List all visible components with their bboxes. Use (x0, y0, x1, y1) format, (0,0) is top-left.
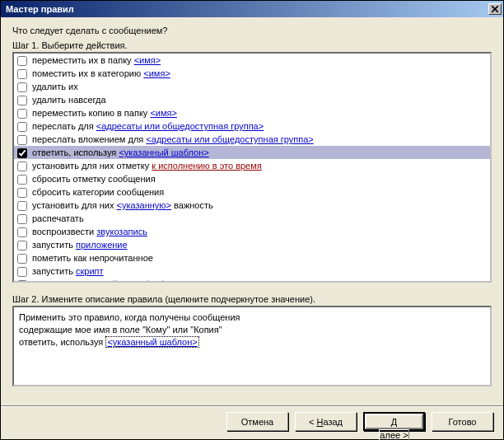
action-text: запустить приложение (32, 239, 128, 251)
action-link[interactable]: приложение (76, 240, 128, 250)
template-link[interactable]: <указанный шаблон> (105, 336, 198, 348)
action-text: распечатать (32, 213, 84, 225)
action-link[interactable]: <указанный шаблон> (119, 147, 208, 157)
action-text: переместить их в папку <имя> (32, 54, 161, 67)
content-area: Что следует сделать с сообщением? Шаг 1.… (1, 17, 503, 406)
action-row[interactable]: остановить дальнейшую обработку правил (14, 278, 490, 283)
action-row[interactable]: распечатать (14, 212, 490, 225)
action-checkbox[interactable] (17, 82, 27, 92)
action-text: поместить их в категорию <имя> (32, 68, 170, 80)
action-link[interactable]: <адресаты или общедоступная группа> (96, 121, 264, 131)
action-checkbox[interactable] (17, 254, 27, 264)
desc-line3-pre: ответить, используя (19, 337, 105, 347)
rules-wizard-window: Мастер правил Что следует сделать с сооб… (0, 0, 504, 440)
action-link[interactable]: <имя> (150, 108, 177, 118)
action-checkbox[interactable] (17, 227, 27, 237)
action-text: установить для них <указанную> важность (32, 199, 213, 212)
action-text: запустить скрипт (32, 265, 104, 278)
action-text: переместить копию в папку <имя> (32, 107, 177, 119)
action-row[interactable]: переслать для <адресаты или общедоступна… (14, 119, 490, 133)
window-title: Мастер правил (6, 4, 74, 14)
action-row[interactable]: удалить их (14, 80, 490, 93)
action-row[interactable]: ответить, используя <указанный шаблон> (14, 146, 490, 159)
action-text: сбросить категории сообщения (32, 186, 164, 199)
action-row[interactable]: сбросить отметку сообщения (14, 172, 490, 185)
actions-listbox[interactable]: переместить их в папку <имя>поместить их… (12, 52, 492, 283)
action-text: воспроизвести звукозапись (32, 226, 147, 238)
action-link[interactable]: скрипт (76, 266, 104, 276)
button-row: Отмена < Назад Далее > Готово (1, 406, 503, 439)
finish-button[interactable]: Готово (432, 412, 493, 431)
action-row[interactable]: поместить их в категорию <имя> (14, 67, 490, 80)
action-row[interactable]: переместить копию в папку <имя> (14, 106, 490, 119)
rule-description-box: Применить это правило, когда получены со… (12, 306, 492, 386)
titlebar: Мастер правил (1, 1, 503, 17)
action-checkbox[interactable] (17, 267, 27, 277)
desc-line2: содержащие мое имя в поле "Кому" или "Ко… (19, 324, 485, 336)
action-checkbox[interactable] (17, 122, 27, 132)
desc-line3: ответить, используя <указанный шаблон> (19, 336, 485, 349)
action-text: удалить их (32, 81, 78, 93)
action-text: удалить навсегда (32, 94, 106, 106)
desc-line1: Применить это правило, когда получены со… (19, 311, 485, 324)
close-icon (492, 6, 498, 12)
action-row[interactable]: пометить как непрочитанное (14, 251, 490, 264)
action-checkbox[interactable] (17, 214, 27, 224)
step1-label: Шаг 1. Выберите действия. (12, 40, 492, 50)
action-checkbox[interactable] (17, 109, 27, 119)
action-checkbox[interactable] (17, 280, 27, 283)
action-text: ответить, используя <указанный шаблон> (32, 147, 209, 159)
action-checkbox[interactable] (17, 148, 27, 158)
action-text: установить для них отметку к исполнению … (32, 160, 262, 172)
close-button[interactable] (488, 3, 502, 15)
action-link[interactable]: <имя> (143, 68, 170, 78)
prompt-text: Что следует сделать с сообщением? (12, 26, 492, 35)
action-row[interactable]: переместить их в папку <имя> (14, 54, 490, 67)
action-checkbox[interactable] (17, 69, 27, 79)
action-checkbox[interactable] (17, 241, 27, 250)
cancel-button[interactable]: Отмена (226, 412, 288, 431)
action-text: остановить дальнейшую обработку правил (32, 279, 214, 283)
action-link[interactable]: <адресаты или общедоступная группа> (146, 134, 313, 144)
action-row[interactable]: запустить скрипт (14, 264, 490, 278)
action-row[interactable]: удалить навсегда (14, 93, 490, 106)
next-button[interactable]: Далее > (363, 412, 425, 431)
action-checkbox[interactable] (17, 175, 27, 185)
action-row[interactable]: переслать вложением для <адресаты или об… (14, 133, 490, 146)
action-checkbox[interactable] (17, 201, 27, 211)
action-row[interactable]: запустить приложение (14, 238, 490, 251)
action-text: переслать вложением для <адресаты или об… (32, 133, 314, 146)
action-row[interactable]: воспроизвести звукозапись (14, 225, 490, 238)
action-text: пометить как непрочитанное (32, 252, 153, 264)
action-link[interactable]: <имя> (134, 55, 161, 65)
action-checkbox[interactable] (17, 188, 27, 198)
action-link[interactable]: к исполнению в это время (152, 161, 261, 171)
action-link[interactable]: звукозапись (96, 227, 147, 236)
back-button[interactable]: < Назад (295, 412, 357, 431)
step2-label: Шаг 2. Измените описание правила (щелкни… (12, 294, 492, 304)
action-row[interactable]: сбросить категории сообщения (14, 185, 490, 199)
action-checkbox[interactable] (17, 56, 27, 66)
action-checkbox[interactable] (17, 135, 27, 145)
action-link[interactable]: <указанную> (117, 200, 171, 210)
action-text: сбросить отметку сообщения (32, 173, 156, 185)
action-checkbox[interactable] (17, 161, 27, 171)
action-text: переслать для <адресаты или общедоступна… (32, 120, 264, 133)
action-checkbox[interactable] (17, 96, 27, 105)
action-row[interactable]: установить для них отметку к исполнению … (14, 159, 490, 172)
action-row[interactable]: установить для них <указанную> важность (14, 199, 490, 212)
